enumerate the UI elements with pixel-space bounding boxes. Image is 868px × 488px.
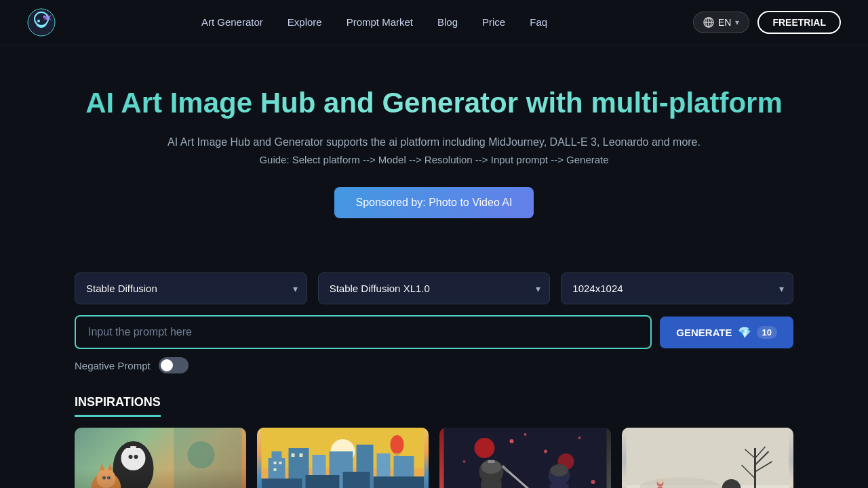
free-trial-button[interactable]: FREETRIAL xyxy=(757,11,841,34)
diamond-icon: 💎 xyxy=(738,326,751,339)
svg-point-16 xyxy=(97,469,116,488)
sponsor-button[interactable]: Sponsored by: Photo to Video AI xyxy=(334,187,534,218)
svg-rect-38 xyxy=(300,453,303,457)
svg-point-44 xyxy=(391,435,404,454)
svg-point-57 xyxy=(551,464,568,476)
svg-point-62 xyxy=(591,480,595,484)
platform-select[interactable]: Stable Diffusion MidJourney DALL-E 3 Leo… xyxy=(75,272,307,304)
svg-marker-18 xyxy=(108,464,113,470)
nav-links: Art Generator Explore Prompt Market Blog… xyxy=(201,16,547,28)
generate-label: GENERATE xyxy=(676,327,732,338)
card-svg-0 xyxy=(75,428,246,488)
svg-point-10 xyxy=(124,449,143,468)
svg-point-59 xyxy=(544,450,547,453)
svg-point-2 xyxy=(37,20,40,22)
svg-point-19 xyxy=(102,476,106,480)
chevron-down-icon: ▾ xyxy=(735,18,739,27)
card-svg-1 xyxy=(257,428,429,488)
prompt-row: GENERATE 💎 10 xyxy=(47,315,821,349)
inspiration-card-3[interactable]: Alessandro Gottardo inspired Char... xyxy=(622,428,793,488)
inspirations-header: INSPIRATIONS xyxy=(75,395,793,417)
nav-prompt-market[interactable]: Prompt Market xyxy=(347,16,413,28)
svg-rect-36 xyxy=(274,468,277,471)
inspiration-card-2[interactable]: Dynamic Warrior Character Illustra... xyxy=(439,428,611,488)
credit-count: 10 xyxy=(757,326,777,339)
svg-point-63 xyxy=(524,433,527,436)
hero-section: AI Art Image Hub and Generator with mult… xyxy=(0,45,868,272)
svg-rect-64 xyxy=(627,428,789,488)
inspiration-card-1[interactable]: Alessandro Gottardo inspired City... xyxy=(257,428,429,488)
svg-point-61 xyxy=(463,460,466,463)
model-select[interactable]: Stable Diffusion XL1.0 Stable Diffusion … xyxy=(318,272,551,304)
resolution-select[interactable]: 1024x1024 512x512 768x768 868x488 xyxy=(561,272,793,304)
svg-point-15 xyxy=(92,472,121,488)
inspirations-title: INSPIRATIONS xyxy=(75,395,161,417)
svg-rect-42 xyxy=(343,472,370,488)
navbar: Art Generator Explore Prompt Market Blog… xyxy=(0,0,868,45)
negative-prompt-row: Negative Prompt xyxy=(47,357,821,373)
toggle-slider xyxy=(159,357,189,373)
hero-guide: Guide: Select platform --> Model --> Res… xyxy=(27,154,841,165)
card-svg-3 xyxy=(622,428,793,488)
svg-marker-17 xyxy=(100,464,105,470)
nav-right: EN ▾ FREETRIAL xyxy=(693,11,841,34)
card-image-1 xyxy=(257,428,429,488)
controls-row: Stable Diffusion MidJourney DALL-E 3 Leo… xyxy=(47,272,821,304)
svg-rect-52 xyxy=(488,460,495,463)
svg-rect-45 xyxy=(395,453,399,456)
nav-art-generator[interactable]: Art Generator xyxy=(201,16,263,28)
generate-button[interactable]: GENERATE 💎 10 xyxy=(660,317,793,348)
nav-blog[interactable]: Blog xyxy=(437,16,458,28)
card-image-0 xyxy=(75,428,246,488)
inspirations-section: INSPIRATIONS xyxy=(47,395,821,488)
svg-point-14 xyxy=(134,455,138,459)
svg-rect-37 xyxy=(292,453,295,457)
svg-rect-40 xyxy=(262,479,302,488)
svg-rect-46 xyxy=(444,428,607,488)
nav-explore[interactable]: Explore xyxy=(288,16,322,28)
svg-rect-34 xyxy=(274,462,277,464)
card-svg-2 xyxy=(439,428,611,488)
svg-point-13 xyxy=(129,455,133,459)
svg-rect-43 xyxy=(374,476,425,488)
svg-point-47 xyxy=(475,438,495,458)
hero-title: AI Art Image Hub and Generator with mult… xyxy=(27,86,841,120)
negative-prompt-toggle[interactable] xyxy=(159,357,189,373)
inspirations-grid: Alessandro Gottardo inspired Feli... xyxy=(75,428,793,488)
svg-rect-50 xyxy=(481,481,502,488)
model-dropdown-wrapper: Stable Diffusion XL1.0 Stable Diffusion … xyxy=(318,272,551,304)
logo[interactable] xyxy=(27,8,56,37)
inspiration-card-0[interactable]: Alessandro Gottardo inspired Feli... xyxy=(75,428,246,488)
svg-rect-41 xyxy=(306,475,340,488)
negative-prompt-label: Negative Prompt xyxy=(75,360,151,371)
svg-rect-27 xyxy=(272,451,282,458)
resolution-dropdown-wrapper: 1024x1024 512x512 768x768 868x488 xyxy=(561,272,793,304)
language-button[interactable]: EN ▾ xyxy=(693,12,749,33)
nav-faq[interactable]: Faq xyxy=(530,16,547,28)
prompt-input[interactable] xyxy=(75,315,652,349)
svg-point-60 xyxy=(578,436,581,439)
svg-point-22 xyxy=(188,441,215,468)
platform-dropdown-wrapper: Stable Diffusion MidJourney DALL-E 3 Leo… xyxy=(75,272,307,304)
svg-rect-56 xyxy=(550,484,569,488)
svg-point-20 xyxy=(107,476,111,480)
globe-icon xyxy=(703,17,714,28)
lang-label: EN xyxy=(718,17,731,28)
svg-point-58 xyxy=(510,439,514,443)
card-image-3 xyxy=(622,428,793,488)
hero-subtitle: AI Art Image Hub and Generator supports … xyxy=(27,136,841,148)
svg-rect-35 xyxy=(279,462,282,464)
nav-price[interactable]: Price xyxy=(482,16,505,28)
logo-icon xyxy=(27,8,56,37)
card-image-2 xyxy=(439,428,611,488)
